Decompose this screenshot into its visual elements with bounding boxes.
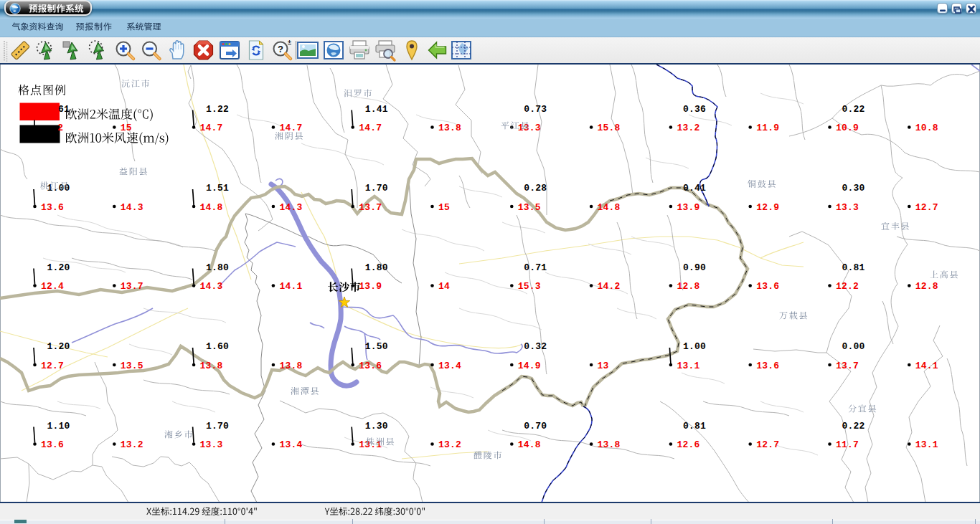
svg-text:13.8: 13.8	[438, 123, 461, 133]
svg-text:11.7: 11.7	[836, 439, 859, 450]
svg-text:10.8: 10.8	[915, 123, 938, 133]
svg-text:13.6: 13.6	[41, 439, 64, 450]
svg-text:?: ?	[278, 44, 283, 54]
svg-text:15.8: 15.8	[598, 123, 621, 133]
svg-text:13.9: 13.9	[677, 202, 699, 213]
svg-text:13.3: 13.3	[200, 439, 223, 450]
svg-text:12.6: 12.6	[677, 439, 699, 450]
svg-text:0.81: 0.81	[842, 262, 865, 273]
svg-text:13.4: 13.4	[279, 439, 302, 450]
svg-text:0.70: 0.70	[524, 421, 547, 432]
svg-text:13.2: 13.2	[677, 123, 699, 133]
svg-text:13: 13	[598, 361, 609, 371]
svg-text:1.41: 1.41	[365, 104, 388, 115]
svg-text:13.3: 13.3	[518, 123, 541, 133]
svg-text:13.8: 13.8	[279, 361, 302, 371]
svg-text:14.8: 14.8	[518, 439, 541, 450]
svg-text:14.3: 14.3	[200, 281, 223, 292]
svg-text:14.9: 14.9	[518, 361, 541, 371]
svg-text:13.2: 13.2	[121, 439, 143, 450]
svg-text:1.22: 1.22	[206, 104, 229, 115]
svg-text:13.1: 13.1	[915, 439, 938, 450]
svg-text:0.22: 0.22	[842, 421, 865, 432]
svg-text:13.3: 13.3	[836, 202, 859, 213]
svg-text:14.7: 14.7	[279, 123, 302, 133]
svg-text:14.2: 14.2	[598, 281, 621, 292]
svg-text:14.1: 14.1	[915, 361, 938, 371]
svg-text:12.7: 12.7	[915, 202, 938, 213]
svg-text:0.71: 0.71	[524, 262, 547, 273]
svg-text:0.00: 0.00	[842, 341, 865, 352]
svg-text:13.6: 13.6	[756, 361, 779, 371]
svg-text:12.7: 12.7	[41, 361, 64, 371]
svg-text:14.7: 14.7	[359, 123, 382, 133]
svg-text:12.2: 12.2	[836, 281, 859, 292]
svg-text:14.8: 14.8	[598, 202, 621, 213]
svg-text:13.7: 13.7	[836, 361, 859, 371]
svg-text:13.6: 13.6	[359, 361, 382, 371]
svg-text:12.7: 12.7	[756, 439, 779, 450]
svg-text:13.2: 13.2	[438, 439, 461, 450]
svg-text:2: 2	[57, 123, 63, 133]
svg-text:1.70: 1.70	[206, 421, 229, 432]
svg-text:0.41: 0.41	[683, 183, 706, 194]
svg-text:0.73: 0.73	[524, 104, 547, 115]
svg-text:13.8: 13.8	[598, 439, 621, 450]
svg-text:1.51: 1.51	[206, 183, 229, 194]
svg-text:12.4: 12.4	[41, 281, 64, 292]
svg-text:14: 14	[438, 281, 450, 292]
svg-text:13.5: 13.5	[518, 202, 541, 213]
svg-text:14.8: 14.8	[200, 202, 223, 213]
svg-text:15.3: 15.3	[518, 281, 541, 292]
svg-text:0.90: 0.90	[683, 262, 706, 273]
svg-text:0.22: 0.22	[842, 104, 865, 115]
svg-text:10.9: 10.9	[836, 123, 859, 133]
svg-text:12.8: 12.8	[677, 281, 699, 292]
svg-text:1.70: 1.70	[365, 183, 388, 194]
svg-text:14.7: 14.7	[200, 123, 223, 133]
svg-text:12.9: 12.9	[756, 202, 779, 213]
svg-text:1.10: 1.10	[47, 421, 70, 432]
svg-text:13.1: 13.1	[677, 361, 699, 371]
svg-text:1.50: 1.50	[365, 341, 388, 352]
svg-text:0.30: 0.30	[842, 183, 865, 194]
svg-text:14.3: 14.3	[121, 202, 143, 213]
svg-text:1.00: 1.00	[683, 341, 706, 352]
svg-text:13.5: 13.5	[121, 361, 143, 371]
svg-text:1.20: 1.20	[47, 262, 70, 273]
svg-text:0.28: 0.28	[524, 183, 547, 194]
svg-text:13.4: 13.4	[438, 361, 461, 371]
svg-text:14.3: 14.3	[279, 202, 302, 213]
svg-text:1.30: 1.30	[365, 421, 388, 432]
svg-text:0.32: 0.32	[524, 341, 547, 352]
svg-text:1.20: 1.20	[47, 341, 70, 352]
svg-text:12.8: 12.8	[915, 281, 938, 292]
svg-text:13.6: 13.6	[756, 281, 779, 292]
svg-text:13.6: 13.6	[41, 202, 64, 213]
svg-text:15: 15	[438, 202, 450, 213]
svg-text:13.9: 13.9	[359, 281, 382, 292]
svg-text:15: 15	[121, 123, 132, 133]
svg-text:13.7: 13.7	[121, 281, 143, 292]
svg-text:0.36: 0.36	[683, 104, 706, 115]
svg-text:13.8: 13.8	[200, 361, 223, 371]
svg-text:1.80: 1.80	[365, 262, 388, 273]
svg-text:13.7: 13.7	[359, 202, 382, 213]
svg-text:1.60: 1.60	[206, 341, 229, 352]
svg-text:0.81: 0.81	[683, 421, 706, 432]
svg-text:±: ±	[288, 39, 291, 46]
svg-text:14.1: 14.1	[279, 281, 302, 292]
svg-text:11.9: 11.9	[756, 123, 779, 133]
svg-text:1.80: 1.80	[206, 262, 229, 273]
